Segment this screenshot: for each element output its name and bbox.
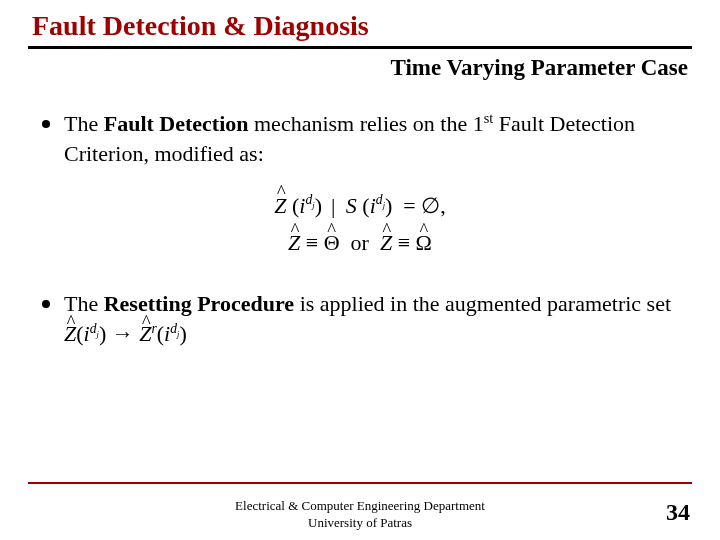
bullet-text: The Resetting Procedure is applied in th…	[64, 289, 678, 348]
inline-equation: Z(idj) → Zr(idj)	[64, 321, 187, 346]
equation-line-2: Z ≡ Θ or Z ≡ Ω	[42, 224, 678, 261]
bullet-text: The Fault Detection mechanism relies on …	[64, 109, 678, 169]
slide-subtitle: Time Varying Parameter Case	[0, 49, 720, 81]
slide-title: Fault Detection & Diagnosis	[0, 0, 720, 46]
slide-body: The Fault Detection mechanism relies on …	[0, 81, 720, 349]
equation-line-1: Z (idj) | S (idj) = ∅,	[42, 187, 678, 224]
page-number: 34	[666, 499, 690, 526]
bullet-item: The Resetting Procedure is applied in th…	[42, 289, 678, 348]
bullet-icon	[42, 120, 50, 128]
equation-block: Z (idj) | S (idj) = ∅, Z ≡ Θ or Z ≡ Ω	[42, 187, 678, 262]
footer-divider	[28, 482, 692, 484]
bullet-icon	[42, 300, 50, 308]
bullet-item: The Fault Detection mechanism relies on …	[42, 109, 678, 169]
footer-text: Electrical & Computer Engineering Depart…	[0, 498, 720, 532]
